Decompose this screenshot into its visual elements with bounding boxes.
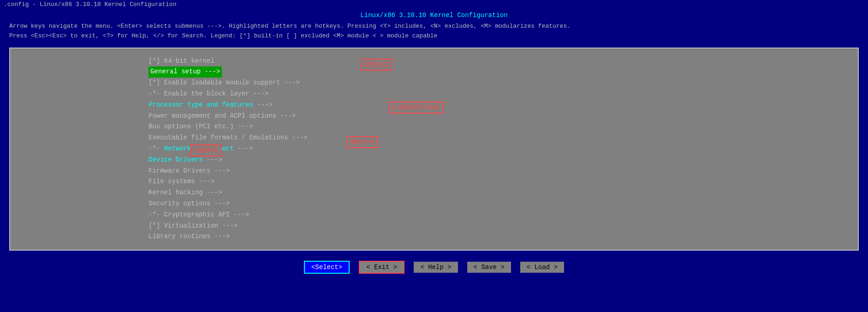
item-security[interactable]: Security options ---> — [149, 198, 230, 210]
item-hacking[interactable]: Kernel hacking ---> — [149, 187, 222, 198]
item-bus[interactable]: Bus options (PCI etc.) ---> — [149, 121, 253, 132]
app-title-text: Linux/x86 3.10.10 Kernel Configuration — [360, 12, 507, 19]
save-button[interactable]: < Save > — [467, 262, 511, 273]
item-power[interactable]: Power management and ACPI options ---> — [149, 111, 296, 122]
load-button[interactable]: < Load > — [520, 262, 564, 273]
item-64bit[interactable]: [*] 64-bit kernel — [149, 56, 214, 67]
select-button[interactable]: <Select> — [304, 261, 350, 274]
item-net[interactable]: -*- Networking support ---> — [149, 144, 253, 155]
item-block[interactable]: -*- Enable the block layer ---> — [149, 89, 268, 100]
title-bar-text: .config - Linux/x86 3.10.10 Kernel Confi… — [4, 1, 176, 8]
item-crypto[interactable]: -*- Cryptographic API ---> — [149, 210, 249, 221]
help-button[interactable]: < Help > — [414, 262, 458, 273]
item-drivers[interactable]: Device Drivers ---> — [149, 155, 222, 166]
item-modules[interactable]: [*] Enable loadable module support ---> — [149, 78, 300, 89]
info-line-1: Arrow keys navigate the menu. <Enter> se… — [9, 22, 859, 31]
item-virt[interactable]: [*] Virtualization ---> — [149, 221, 238, 232]
info-text: Arrow keys navigate the menu. <Enter> se… — [0, 21, 868, 42]
item-general[interactable]: General setup ---> — [149, 66, 222, 78]
item-fs[interactable]: File systems ---> — [149, 176, 214, 187]
app-title: Linux/x86 3.10.10 Kernel Configuration — [0, 9, 868, 21]
exit-button[interactable]: < Exit > — [359, 261, 404, 274]
main-area: [*] 64-bit kernel General setup --->[*] … — [9, 48, 859, 251]
item-processor[interactable]: Processor type and features ---> — [149, 100, 273, 111]
item-exec[interactable]: Executable file formats / Emulations ---… — [149, 132, 307, 144]
info-line-2: Press <Esc><Esc> to exit, <?> for Help, … — [9, 31, 859, 41]
item-firmware[interactable]: Firmware Drivers ---> — [149, 166, 230, 177]
bottom-bar: <Select> < Exit > < Help > < Save > < Lo… — [0, 256, 868, 277]
title-bar: .config - Linux/x86 3.10.10 Kernel Confi… — [0, 0, 868, 9]
item-lib[interactable]: Library routines ---> — [149, 231, 230, 242]
menu-list: [*] 64-bit kernel General setup --->[*] … — [10, 56, 858, 243]
